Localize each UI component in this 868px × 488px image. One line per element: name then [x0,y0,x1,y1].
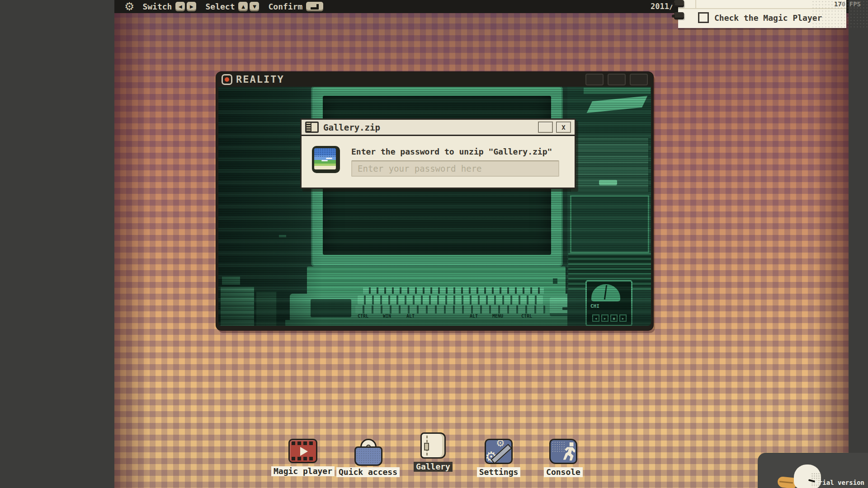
pushpin-icon [674,0,684,7]
touchpad [311,299,351,317]
dialog-buttons: X [538,122,571,133]
date-display: 2011/ [651,2,674,11]
game-screen: ⚙ Switch ◀ ▶ Select ▲ ▼ Confirm 2011/ RE… [0,0,868,488]
fps-counter: 170 FPS [834,0,861,8]
key-label-ctrl-left: CTRL [358,314,368,319]
bag-icon [354,446,382,466]
zipper-pull-icon [424,443,429,450]
running-person-icon [549,439,577,464]
left-small-box [222,277,240,285]
side-cabinet [570,195,649,253]
gallery-zip-dialog: Gallery.zip X Enter the password to unzi… [300,118,576,189]
trial-version-label: trial version [815,479,864,486]
dialog-blank-button[interactable] [538,122,553,133]
arrow-left-icon: ◀ [175,2,185,11]
gear-icon[interactable]: ⚙ [124,0,134,13]
dialog-title: Gallery.zip [323,122,380,132]
trial-corner: trial version [758,453,868,488]
arrow-right-icon: ▶ [187,2,196,11]
icon-label: Quick access [336,467,400,477]
sketchbook-icon [420,432,446,459]
window-buttons [585,74,648,85]
key-label-menu: MENU [492,314,503,319]
wall-mark [279,235,286,237]
confirm-label: Confirm [268,2,302,11]
icon-label: Magic player [271,466,335,476]
pushpin-icon [674,12,684,19]
game-viewport: ⚙ Switch ◀ ▶ Select ▲ ▼ Confirm 2011/ RE… [114,0,849,488]
disc [591,284,620,301]
right-shelf-column: CHI ◀ ▶ ■ ▶ [567,87,651,326]
window-button-1[interactable] [585,74,604,85]
device-label: CHI [590,303,599,309]
select-label: Select [205,2,235,11]
dialog-close-button[interactable]: X [556,122,571,133]
gallery-photo-icon [312,146,340,173]
left-dark-box [255,291,277,326]
play-icon [300,447,308,456]
desktop-icon-quick-access[interactable]: Quick access [336,439,400,477]
dialog-message: Enter the password to unzip "Gallery.zip… [351,147,552,156]
key-label-ctrl-right: CTRL [521,314,532,319]
record-icon [222,74,232,85]
window-button-3[interactable] [630,74,648,85]
todo-checkbox[interactable] [698,12,709,23]
switch-label: Switch [142,2,172,11]
player-play-icon: ▶ [601,314,609,322]
todo-label: Check the Magic Player [714,13,822,23]
reality-window: REALITY [216,72,653,330]
disc-player-device: CHI ◀ ▶ ■ ▶ [585,280,632,326]
key-label-alt-left: ALT [406,314,415,319]
todo-item: Check the Magic Player [698,12,822,23]
bag-disc-icon [354,439,382,464]
enter-key-icon [306,2,323,11]
player-stop-icon: ■ [610,314,618,322]
key-label-win: WIN [383,314,391,319]
reality-titlebar[interactable]: REALITY [216,72,653,87]
key-label-alt-right: ALT [470,314,478,319]
film-reel-icon [288,439,317,463]
arrow-down-icon: ▼ [250,2,259,11]
keyboard-front-edge [285,320,594,326]
keyboard: CTRL WIN ALT ALT MENU CTRL [290,294,590,322]
icon-label: Settings [477,467,521,477]
desktop-icon-gallery[interactable]: Gallery [401,432,465,472]
dialog-body: Enter the password to unzip "Gallery.zip… [302,136,575,188]
shelf-slab [584,88,651,94]
monitor-indicator [553,278,557,284]
reality-title: REALITY [236,74,284,85]
desktop-icon-magic-player[interactable]: Magic player [271,439,335,476]
todo-panel: Check the Magic Player [678,0,846,28]
player-next-icon: ▶ [619,314,627,322]
desktop-icon-console[interactable]: Console [532,439,595,477]
icon-label: Gallery [414,462,453,472]
player-prev-icon: ◀ [592,314,599,322]
key-row-2 [355,305,545,314]
dialog-titlebar[interactable]: Gallery.zip X [302,120,575,136]
password-input[interactable] [351,160,559,177]
player-buttons: ◀ ▶ ■ ▶ [592,314,627,322]
arrow-up-icon: ▲ [238,2,248,11]
zip-file-icon [305,122,319,133]
icon-label: Console [544,467,583,477]
desktop-icon-settings[interactable]: ⚙⚙ Settings [467,439,530,477]
window-button-2[interactable] [608,74,626,85]
gears-wrench-icon: ⚙⚙ [485,439,513,464]
panel-knob [599,180,617,185]
key-row-1 [358,296,543,305]
left-ridged-box [219,286,255,326]
